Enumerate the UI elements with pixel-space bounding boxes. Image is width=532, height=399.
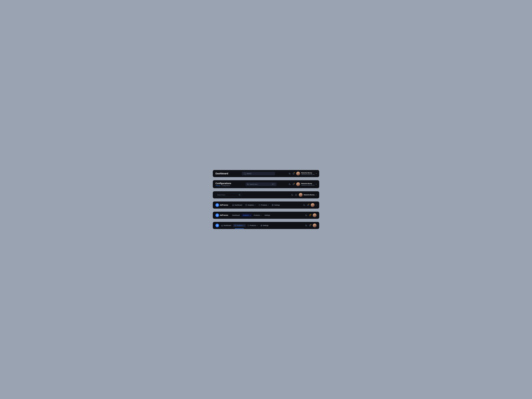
right-section [305,213,317,217]
user-name: Natashia Bunny [301,183,315,184]
user-text: Natashia Bunny natasiabunny@mail.com [301,172,315,175]
svg-line-1 [248,184,248,185]
nav-item-products[interactable]: Products ▾ [257,203,270,207]
nav-item-settings[interactable]: Settings [259,224,270,227]
notifications-button[interactable] [292,183,294,185]
notifications-button[interactable] [292,173,294,175]
nav-label-analytics: Analytics [237,225,243,226]
brand-title: Dashboard [215,172,228,175]
nav-label-analytics: Analytics [243,214,249,216]
brand-title: Configurations [215,182,233,185]
avatar [299,193,303,197]
brand-icon: D [215,224,219,227]
theme-toggle[interactable] [289,173,291,175]
user-name: Natashia Bunny [301,172,315,174]
box-icon [247,225,249,226]
notification-badge [294,172,295,173]
user-menu[interactable]: Natashia Bunny natasiabunny@mail.com ▾ [296,172,317,175]
moon-icon [289,173,291,175]
search-box[interactable]: Search [242,172,275,175]
nav-item-settings[interactable]: Settings [263,214,272,217]
notifications-button[interactable] [307,204,309,206]
search-center-wrapper: Search [228,172,289,175]
brand-icon: D [215,203,219,207]
nav-item-dashboard[interactable]: Dashboard [220,224,233,227]
theme-toggle[interactable] [289,183,291,185]
nav-item-dashboard[interactable]: Dashboard [231,203,244,207]
chevron-down-icon: ▾ [316,184,317,185]
keyboard-shortcut-hint: ⌘ F [271,183,275,185]
brand: D [215,224,219,227]
nav-label-dashboard: Dashboard [232,214,240,216]
nav-item-analytics[interactable]: Analytics ▾ [244,203,257,207]
gear-icon [260,225,262,226]
nav-label-settings: Settings [274,204,280,206]
right-section [305,224,317,227]
moon-icon [289,183,291,185]
theme-toggle[interactable] [291,194,293,196]
chevron-down-icon: ▾ [268,204,269,206]
nav-item-analytics[interactable]: Analytics ▴ [233,224,246,227]
nav-label-products: Products [261,204,267,206]
user-email: natasiabunny@mail.com [301,184,315,186]
home-icon [232,204,234,206]
user-email: natasiabunny@mail.com [301,174,315,175]
svg-line-3 [240,195,240,196]
nav-label-settings: Settings [263,225,269,226]
user-menu[interactable] [313,213,317,217]
chart-icon [234,225,236,226]
notifications-button[interactable] [309,224,311,226]
avatar [296,172,300,175]
nav-item-products[interactable]: Products ▾ [252,214,263,217]
theme-toggle[interactable] [303,204,305,206]
breadcrumb-parent[interactable]: Settings [215,185,220,186]
user-menu[interactable]: ▾ [311,203,317,207]
bell-icon [295,194,297,196]
right-section: Natashia Bunny ▾ [291,193,317,197]
search-wrapper: Search here... ⌘ F [233,183,289,186]
brand-name: deFransz [220,204,228,206]
avatar [313,224,317,227]
search-box[interactable]: Search here... [215,193,242,197]
search-icon [239,194,241,196]
search-icon [247,184,249,185]
avatar [296,182,300,186]
moon-icon [305,214,307,216]
user-menu[interactable] [313,224,317,227]
gear-icon [272,204,273,206]
nav-label-dashboard: Dashboard [235,204,242,206]
navbar-defransz-analytics-active: D deFransz Dashboard Analytics ▴ Product… [213,212,319,219]
notifications-button[interactable] [309,214,311,216]
notification-badge [294,183,295,184]
nav-item-analytics[interactable]: Analytics ▴ [241,214,252,217]
nav-item-products[interactable]: Products ▾ [246,224,259,227]
svg-point-7 [261,225,262,226]
chevron-down-icon: ▾ [316,173,317,174]
avatar [313,213,317,217]
user-menu[interactable]: Natashia Bunny ▾ [299,193,317,197]
breadcrumb: Settings › Configurations [215,185,233,186]
moon-icon [305,224,307,226]
nav-label-dashboard: Dashboard [224,225,231,226]
navbar-dashboard: Dashboard Search Natashia Bunny natasiab… [213,170,319,177]
notifications-button[interactable] [295,194,297,196]
moon-icon [291,194,293,196]
chevron-up-icon: ▴ [244,225,244,226]
nav-item-settings[interactable]: Settings [270,203,281,207]
user-menu[interactable]: Natashia Bunny natasiabunny@mail.com ▾ [296,182,317,186]
nav-items: Dashboard Analytics ▴ Products ▾ Setting… [231,214,305,217]
nav-item-dashboard[interactable]: Dashboard [231,214,241,217]
chevron-down-icon: ▾ [257,225,258,226]
nav-items: Dashboard Analytics ▾ Products ▾ Setting… [231,203,303,207]
notification-badge [308,204,309,205]
theme-toggle[interactable] [305,224,307,226]
user-text: Natashia Bunny natasiabunny@mail.com [301,183,315,186]
breadcrumb-separator: › [221,185,221,186]
search-placeholder: Search [247,173,251,174]
search-box[interactable]: Search here... ⌘ F [246,183,277,186]
svg-point-5 [272,205,273,205]
chevron-down-icon: ▾ [316,194,317,196]
theme-toggle[interactable] [305,214,307,216]
nav-label-analytics: Analytics [248,204,254,206]
avatar [311,203,315,207]
